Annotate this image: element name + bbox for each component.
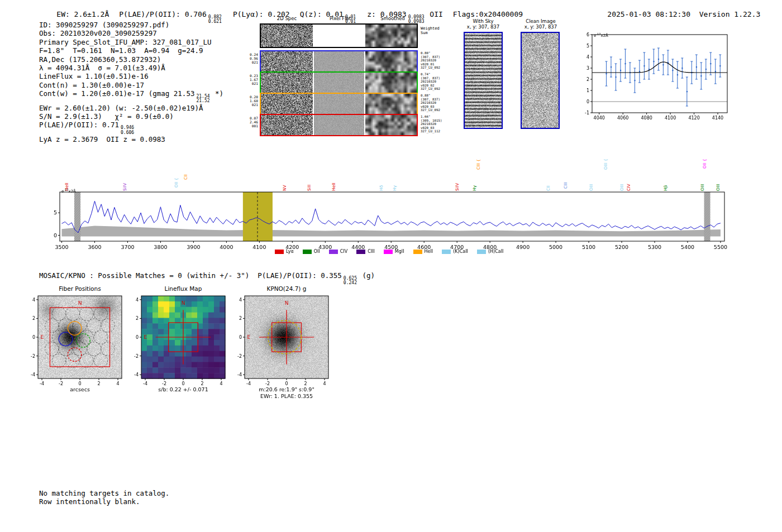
kpno-caption-1: m:20.6 re:1.9" s:0.9" bbox=[228, 386, 345, 392]
cutout-column-headers: 2D Spec Pixel Flat Smoothed bbox=[260, 16, 419, 21]
with-sky-title: With Sky bbox=[458, 18, 508, 24]
stat-ew: EW: 2.6±1.2Å bbox=[56, 10, 109, 18]
fiber2-2dspec-image bbox=[261, 73, 313, 93]
lineflux-map-panel bbox=[126, 293, 229, 389]
info-line-cont-n: Cont(n) = 1.30(±0.00)e-17 bbox=[39, 81, 223, 89]
legend-swatch bbox=[477, 250, 486, 254]
detection-info-block: ID: 3090259297 (3090259297.pdf) Obs: 202… bbox=[39, 21, 223, 143]
col-header-smoothed: Smoothed bbox=[366, 16, 419, 21]
clean-image-coords: x, y: 307, 837 bbox=[516, 24, 566, 30]
clean-image bbox=[522, 33, 559, 128]
fiber2-weights: 0.231.67021 bbox=[245, 74, 258, 85]
legend-item: CIII bbox=[356, 249, 375, 254]
info-line-seeing: F=1.8" T=0.161 N=1.03 A=0.94 g=24.9 bbox=[39, 46, 223, 55]
fiber3-smooth-image bbox=[365, 94, 417, 114]
fiber3-2dspec-image bbox=[261, 94, 313, 114]
lineflux-caption: s/b: 0.22 +/- 0.071 bbox=[130, 386, 236, 392]
fiber-xlabel: arcsecs bbox=[38, 386, 122, 392]
header-datetime-version: 2025-01-03 08:12:30 Version 1.22.3 bbox=[590, 2, 760, 27]
fiber3-pixflat-image bbox=[314, 94, 364, 114]
info-line-id: ID: 3090259297 (3090259297.pdf) bbox=[39, 21, 223, 29]
legend-swatch bbox=[413, 250, 422, 254]
legend-swatch bbox=[329, 250, 338, 254]
info-line-cont-w: Cont(w) = 1.20(±0.01)e-17 (gmag 21.5321.… bbox=[39, 89, 223, 103]
fiber4-2dspec-image bbox=[261, 115, 313, 135]
fiber1-annotation: 0.80"(307, 837)20210320v020_01327_LU_092 bbox=[421, 51, 453, 70]
info-line-radec: RA,Dec (175.206360,53.872932) bbox=[39, 55, 223, 64]
spectral-line-label: OII { bbox=[174, 178, 179, 188]
info-line-lineflux: LineFlux = 1.10(±0.51)e-16 bbox=[39, 72, 223, 80]
fiber-strip-2 bbox=[260, 71, 418, 94]
with-sky-coords: x, y: 307, 837 bbox=[458, 24, 508, 30]
info-line-lambda: λ = 4094.31Å σ = 7.01(±3.49)Å bbox=[39, 64, 223, 72]
fiber-strip-4 bbox=[260, 114, 418, 136]
fiber1-smooth-image bbox=[365, 51, 417, 71]
gmag-range: 21.5421.52 bbox=[196, 94, 209, 103]
legend-swatch bbox=[356, 250, 365, 254]
kpno-caption-2: EWr: 1. PLAE: 0.355 bbox=[228, 393, 345, 399]
report-datetime: 2025-01-03 08:12:30 bbox=[607, 10, 690, 18]
legend-item: (H)CaII bbox=[477, 249, 503, 254]
col-header-pixflat: Pixel Flat bbox=[314, 16, 366, 21]
fiber1-weights: 0.240.96021 bbox=[245, 53, 258, 64]
zoom-flux-units: e-17x2Å bbox=[594, 32, 608, 38]
zoom-spectrum-plot bbox=[575, 28, 732, 126]
info-line-sn: S/N = 2.9(±1.3) χ² = 0.9(±0.0) bbox=[39, 112, 223, 121]
fiber-strip-3 bbox=[260, 93, 418, 115]
with-sky-image bbox=[465, 33, 502, 128]
report-version: Version 1.22.3 bbox=[699, 10, 761, 18]
spectral-line-label: OIII { bbox=[604, 159, 608, 170]
info-line-primary: Primary Spec_Slot_IFU_AMP: 327_081_017_L… bbox=[39, 38, 223, 46]
stat-plae-poii: P(LAE)/P(OII): 0.7060.8820.621 bbox=[119, 10, 223, 18]
legend-item: OII bbox=[303, 249, 320, 254]
legend-item: (K)CaII bbox=[442, 249, 468, 254]
footer-line-1: No matching targets in catalog. bbox=[39, 489, 169, 497]
fiber3-annotation: 0.88"(307, 837)20210320v020_03327_LU_092 bbox=[421, 94, 453, 112]
fiber3-weights: 0.201.60021 bbox=[245, 95, 258, 107]
weighted-sum-label: Weighted Sum bbox=[421, 27, 440, 35]
mosaic-plae-range: 0.6250.242 bbox=[344, 276, 357, 285]
legend-swatch bbox=[442, 250, 451, 254]
spectral-line-label: CIII { bbox=[476, 159, 481, 170]
footer-line-2: Row intentionally blank. bbox=[39, 497, 140, 506]
fiber1-2dspec-image bbox=[261, 51, 313, 71]
legend-swatch bbox=[384, 250, 393, 254]
legend-swatch bbox=[303, 250, 312, 254]
fiber2-annotation: 0.74"(307, 837)20210320v020_02327_LU_092 bbox=[421, 73, 453, 91]
spectral-line-label: OII { bbox=[703, 159, 707, 169]
fiber1-pixflat-image bbox=[314, 51, 364, 71]
spectrum-legend: LyαOIICIVCIIIMgIIHeII(K)CaII(H)CaII bbox=[275, 249, 503, 254]
info-line-ewr: EWr = 2.60(±1.20) (w: -2.50(±0.02)e19)Å bbox=[39, 104, 223, 112]
weighted-pixflat-image bbox=[314, 25, 364, 47]
legend-item: MgII bbox=[384, 249, 404, 254]
with-sky-frame bbox=[464, 32, 503, 129]
fiber4-annotation: 1.66"(309, 1015)20210320v020_03327_LU_11… bbox=[421, 115, 453, 133]
fiber-positions-title: Fiber Positions bbox=[38, 285, 122, 292]
mosaic-match-line: MOSAIC/KPNO : Possible Matches = 0 (with… bbox=[39, 271, 375, 285]
fiber4-weights: 0.072.46001 bbox=[245, 117, 258, 128]
clean-image-frame bbox=[521, 32, 560, 129]
col-header-2dspec: 2D Spec bbox=[260, 16, 314, 21]
weighted-2dspec-image bbox=[261, 25, 313, 47]
fiber2-smooth-image bbox=[365, 73, 417, 93]
fiber4-smooth-image bbox=[365, 115, 417, 135]
full-spectrum-plot bbox=[51, 188, 730, 258]
legend-swatch bbox=[275, 250, 284, 254]
fiber-positions-panel bbox=[22, 293, 126, 389]
legend-item: Lyα bbox=[275, 249, 294, 254]
clean-image-title: Clean Image bbox=[516, 18, 566, 24]
lineflux-map-title: Lineflux Map bbox=[141, 285, 225, 292]
kpno-cutout-panel bbox=[229, 293, 332, 389]
legend-item: CIV bbox=[329, 249, 347, 254]
spectral-line-markers: HeIISiIVOII {CIINVSiIIHeIIHδHγSiIVHγCIII… bbox=[51, 138, 730, 192]
info-line-obs: Obs: 20210320v020_3090259297 bbox=[39, 29, 223, 37]
plae2-range: 0.9460.606 bbox=[121, 126, 134, 135]
fiber-strip-1 bbox=[260, 50, 418, 73]
kpno-title: KPNO(24.7) g bbox=[245, 285, 328, 292]
legend-item: HeII bbox=[413, 249, 433, 254]
weighted-smooth-image bbox=[365, 25, 417, 47]
info-line-plae: P(LAE)/P(OII): 0.710.9460.606 bbox=[39, 121, 223, 135]
fiber2-pixflat-image bbox=[314, 73, 364, 93]
weighted-sum-strip bbox=[260, 23, 418, 48]
spectral-line-label: CII bbox=[184, 174, 188, 180]
